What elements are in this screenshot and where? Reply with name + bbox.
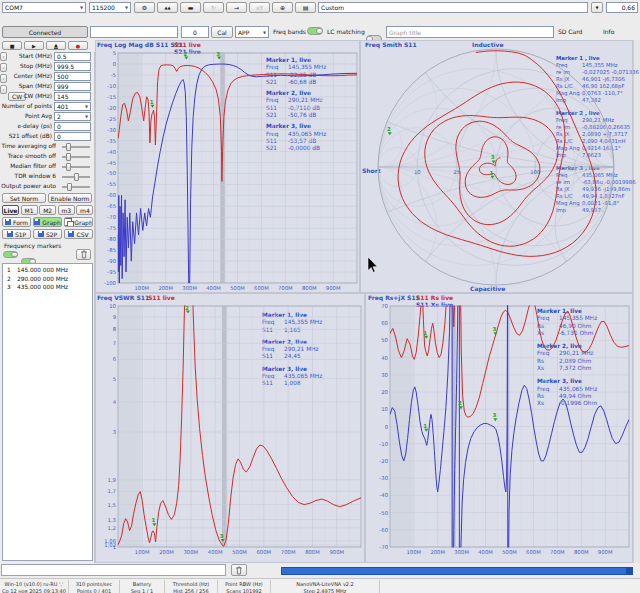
com-port-select[interactable]: COM7▼ [2, 2, 86, 13]
frequency-markers-list[interactable]: 1145.000 000 MHz2290.000 000 MHz3435.000… [2, 263, 93, 561]
marker-info-row: Rs L/C2,090 4,0431nH [556, 138, 639, 145]
list-item[interactable]: 1145.000 000 MHz [3, 267, 93, 275]
marker-info-row: Freq145,355 MHz [537, 315, 597, 322]
serial-info-field[interactable] [90, 26, 178, 38]
status-cell: 310 points/sec [69, 580, 120, 587]
stop-button[interactable]: ■ [2, 41, 22, 50]
e-delay-ps--field[interactable]: 0 [54, 122, 91, 131]
mem-m2-button[interactable]: M2 [39, 205, 56, 215]
s21-offset-db--field[interactable]: 0 [54, 132, 91, 141]
graph-title-input[interactable]: Graph title [386, 26, 554, 38]
slider-thumb[interactable] [67, 183, 72, 191]
nanovna-app-window: { "titlebar":{"title":"NanoVNA-App v1.1.… [0, 0, 640, 593]
marker-info-row: S111,165 [262, 327, 322, 334]
vswr-legend-s11: S11 live [148, 294, 175, 301]
connected-button[interactable]: Connected [2, 26, 88, 38]
point-avg-field[interactable]: 2▼ [54, 112, 91, 121]
set-norm-button[interactable]: Set Norm [2, 193, 46, 203]
display-button[interactable]: ▬ [180, 2, 201, 13]
save-s1p-button[interactable]: S1P [2, 229, 31, 239]
refresh-button[interactable]: ↻ [203, 2, 224, 13]
number-field[interactable]: 0 [181, 26, 209, 38]
field-label: Number of points [0, 103, 52, 111]
cw-mhz--field[interactable]: 145 [54, 92, 91, 101]
sidebar: ››››Start (MHz)0.5Stop (MHz)999.5Center … [0, 52, 95, 563]
marker-info-row: Freq435,065 MHz [556, 172, 639, 179]
xy-button[interactable]: xY [249, 2, 270, 13]
eject-button[interactable]: ▲ [46, 41, 66, 50]
save-graph-button[interactable]: Graph [64, 217, 93, 227]
enable-norm-button[interactable]: Enable Norm [48, 193, 92, 203]
marker-info-row: Imp7,6623 [556, 152, 639, 159]
stop-mhz--field[interactable]: 999.5 [54, 62, 91, 71]
save-s2p-button[interactable]: S2P [33, 229, 62, 239]
preset-combobox[interactable]: Custom [318, 2, 588, 13]
save-csv-button[interactable]: CSV [64, 229, 93, 239]
marker-info-row: re im-0,027025 -0,071336 [556, 69, 639, 76]
gear-button[interactable]: ⚙ [134, 2, 155, 13]
output-power-label: Output power auto [0, 183, 56, 191]
field-label: CW (MHz) [0, 93, 52, 101]
up-arrows-icon: ▲▲ [164, 5, 170, 10]
delete-marker-button[interactable] [76, 249, 91, 260]
marker-info-row: S11-53,57 dB [266, 138, 326, 145]
sd-card-label: SD Card [558, 28, 582, 35]
log-mag-legend-s21: S21 live [174, 48, 201, 55]
number-of-points-field[interactable]: 401▼ [54, 102, 91, 111]
freq-bands-label: Freq bands [273, 28, 306, 35]
save-graph-button[interactable]: Graph [33, 217, 62, 227]
marker-info-row: Rs49,94 Ohm [537, 393, 597, 400]
info-label: Info [603, 28, 614, 35]
freq-bands-toggle[interactable] [307, 27, 323, 35]
mem-m3-button[interactable]: m3 [58, 205, 75, 215]
up-arrows-button[interactable]: ▲▲ [157, 2, 178, 13]
paste-button[interactable]: ▤ [295, 2, 316, 13]
delete-markers-button[interactable] [231, 564, 247, 576]
target-button[interactable]: ⊕ [272, 2, 293, 13]
app-select[interactable]: APP▼ [235, 26, 269, 38]
marker-info-row: Rs L/C49,94 1,8327nF [556, 193, 639, 200]
marker-info-header: Marker 1 , live [556, 55, 639, 62]
list-item[interactable]: 2290.000 000 MHz [3, 276, 93, 284]
list-item[interactable]: 3435.000 000 MHz [3, 284, 93, 292]
scale-value-field[interactable]: 0,66 [606, 2, 638, 13]
record-button[interactable]: ● [68, 41, 88, 50]
preset-dropdown-button[interactable]: ▼ [591, 2, 603, 13]
field-label: Center (MHz) [0, 73, 52, 81]
mem-m1-button[interactable]: M1 [21, 205, 38, 215]
status-cell: Win-10 (v10.0) ru-RU ',' [0, 580, 69, 587]
start-mhz--field[interactable]: 0.5 [54, 52, 91, 61]
status-cell: Scans 101992 [218, 587, 271, 593]
field-label: Stop (MHz) [0, 63, 52, 71]
play-icon: ▶ [32, 43, 36, 49]
scan-progress-bar[interactable] [281, 567, 633, 575]
slider-thumb[interactable] [66, 153, 71, 161]
smith-capacitive-label: Capacitive [470, 285, 505, 292]
trash-icon [235, 566, 243, 575]
slider-thumb[interactable] [74, 173, 79, 181]
mem-live-button[interactable]: Live [2, 205, 19, 215]
arrow-right-button[interactable]: → [226, 2, 247, 13]
marker-info-row: Freq290,21 MHz [537, 350, 597, 357]
slider-track[interactable] [62, 186, 90, 188]
slider-thumb[interactable] [66, 143, 71, 151]
status-cell: Points 0 / 401 [69, 587, 120, 593]
marker-edit-field[interactable] [1, 564, 226, 576]
play-button[interactable]: ▶ [24, 41, 44, 50]
save-form-button[interactable]: Form [2, 217, 31, 227]
span-mhz--field[interactable]: 999 [54, 82, 91, 91]
marker-info-header: Marker 1, live [262, 312, 322, 319]
marker-toggle-1[interactable] [3, 251, 18, 258]
vswr-chart[interactable] [95, 293, 365, 563]
statusbar-row: Win-10 (v10.0) ru-RU ','310 points/secBa… [0, 580, 640, 587]
marker-info-header: Marker 2, live [262, 339, 322, 346]
smith-short-label: Short [362, 167, 381, 174]
mem-m4-button[interactable]: m4 [76, 205, 93, 215]
chevron-down-icon: ▼ [263, 30, 266, 35]
cal-button[interactable]: Cal [211, 26, 233, 38]
baud-select[interactable]: 115200▼ [89, 2, 131, 13]
slider-thumb[interactable] [66, 163, 71, 171]
marker-info-row: Rs jX49,936 -j199,86m [556, 186, 639, 193]
center-mhz--field[interactable]: 500 [54, 72, 91, 81]
marker-info-row: Mag Ang0,0763 -110,7° [556, 90, 639, 97]
